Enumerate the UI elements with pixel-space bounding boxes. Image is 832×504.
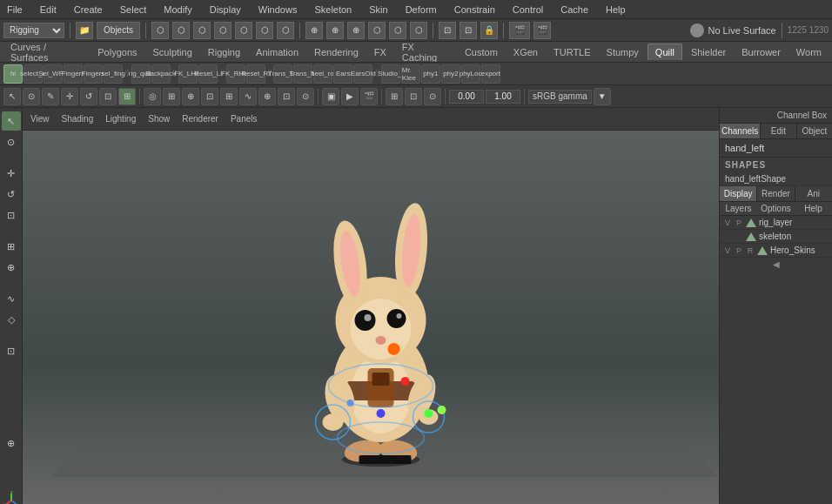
tweak-tool[interactable]: ⊕ bbox=[182, 88, 199, 105]
shelf-tab-fxcaching[interactable]: FX Caching bbox=[395, 42, 456, 63]
curve-tool-left[interactable]: ∿ bbox=[2, 289, 21, 308]
frame-input-2[interactable] bbox=[486, 90, 520, 104]
menu-create[interactable]: Create bbox=[70, 3, 106, 17]
lt-help[interactable]: Help bbox=[795, 202, 832, 215]
shelf-tab-stumpy[interactable]: Stumpy bbox=[600, 44, 646, 60]
shelf-icon-export[interactable]: export bbox=[481, 64, 500, 84]
scale-tool-left[interactable]: ⊡ bbox=[2, 205, 21, 225]
shelf-tab-curves[interactable]: Curves / Surfaces bbox=[3, 42, 89, 63]
shelf-tab-shielder[interactable]: Shielder bbox=[684, 44, 733, 60]
tool-icon-13[interactable]: ⬡ bbox=[410, 22, 427, 39]
shelf-icon-selwfp[interactable]: Sel_WFP bbox=[44, 64, 63, 84]
menu-control[interactable]: Control bbox=[509, 3, 547, 17]
menu-windows[interactable]: Windows bbox=[255, 3, 301, 17]
layer-p-2[interactable]: P bbox=[735, 246, 743, 255]
shelf-tab-turtle[interactable]: TURTLE bbox=[547, 44, 598, 60]
layer-p-0[interactable]: P bbox=[735, 218, 743, 227]
layer-r-2[interactable]: R bbox=[746, 246, 755, 255]
shelf-icon-fingers2[interactable]: Fingers bbox=[84, 64, 103, 84]
shelf-icon-mrklee[interactable]: Mr. Klee bbox=[401, 64, 420, 84]
cb-tab-channels[interactable]: Channels bbox=[720, 124, 761, 138]
shelf-tab-burrower[interactable]: Burrower bbox=[735, 44, 788, 60]
tool-icon-8[interactable]: ⊕ bbox=[305, 22, 323, 39]
snap-grid[interactable]: ⊞ bbox=[220, 88, 238, 105]
folder-icon[interactable]: 📁 bbox=[76, 22, 93, 39]
move-tool[interactable]: ✛ bbox=[61, 88, 78, 105]
menu-file[interactable]: File bbox=[3, 3, 26, 17]
menu-select[interactable]: Select bbox=[117, 3, 151, 17]
shelf-icon-heelrol[interactable]: heel_rol bbox=[313, 64, 332, 84]
ipr-render[interactable]: ▶ bbox=[341, 88, 359, 105]
rotate-tool-left[interactable]: ↺ bbox=[2, 185, 21, 204]
show-manip[interactable]: ⊡ bbox=[201, 88, 218, 105]
lasso-tool[interactable]: ⊙ bbox=[23, 88, 40, 105]
shelf-icon-resetli[interactable]: Reset_Li bbox=[198, 64, 218, 84]
snap-point[interactable]: ⊕ bbox=[258, 88, 276, 105]
snap-icon-2[interactable]: ⊡ bbox=[460, 22, 477, 39]
shelf-icon-phy2[interactable]: phy2 bbox=[441, 64, 460, 84]
dt-ani[interactable]: Ani bbox=[795, 186, 832, 201]
tool-icon-2[interactable]: ⬡ bbox=[172, 22, 190, 39]
lt-options[interactable]: Options bbox=[757, 202, 795, 215]
objects-btn[interactable]: Objects bbox=[97, 22, 140, 39]
menu-display[interactable]: Display bbox=[206, 3, 245, 17]
menu-modify[interactable]: Modify bbox=[160, 3, 195, 17]
shelf-tab-polygons[interactable]: Polygons bbox=[91, 44, 144, 60]
shading-menu[interactable]: Shading bbox=[57, 112, 98, 125]
render-region[interactable]: ▣ bbox=[322, 88, 339, 105]
shelf-icon-resetri[interactable]: Reset_Ri bbox=[246, 64, 265, 84]
dt-render[interactable]: Render bbox=[757, 186, 795, 201]
snap-tool-left[interactable]: ⊞ bbox=[2, 237, 21, 256]
tool-icon-4[interactable]: ⬡ bbox=[214, 22, 231, 39]
lt-layers[interactable]: Layers bbox=[720, 202, 757, 215]
menu-skin[interactable]: Skin bbox=[366, 3, 391, 17]
shelf-icon-fingers1[interactable]: Fingers bbox=[64, 64, 83, 84]
menu-edit[interactable]: Edit bbox=[37, 3, 60, 17]
select-tool-left[interactable]: ↖ bbox=[2, 111, 21, 131]
shelf-icon-phyloo[interactable]: phyLoo bbox=[461, 64, 480, 84]
paint-tool-left[interactable]: ⊙ bbox=[2, 132, 21, 151]
menu-constrain[interactable]: Constrain bbox=[451, 3, 499, 17]
tool-icon-5[interactable]: ⬡ bbox=[235, 22, 252, 39]
show-menu[interactable]: Show bbox=[144, 112, 174, 125]
move-tool-left[interactable]: ✛ bbox=[2, 164, 21, 183]
layer-v-2[interactable]: V bbox=[723, 246, 732, 255]
lighting-menu[interactable]: Lighting bbox=[101, 112, 140, 125]
tool-icon-7[interactable]: ⬡ bbox=[277, 22, 294, 39]
layer-v-0[interactable]: V bbox=[723, 218, 732, 227]
shelf-icon-earsold[interactable]: EarsOld bbox=[353, 64, 372, 84]
menu-skeleton[interactable]: Skeleton bbox=[311, 3, 355, 17]
scale-tool[interactable]: ⊡ bbox=[99, 88, 117, 105]
shelf-icon-phy1[interactable]: phy1 bbox=[421, 64, 440, 84]
menu-deform[interactable]: Deform bbox=[402, 3, 440, 17]
tool-icon-10[interactable]: ⊕ bbox=[347, 22, 365, 39]
tool-icon-9[interactable]: ⊕ bbox=[326, 22, 344, 39]
layer-name-2[interactable]: Hero_Skins bbox=[770, 245, 829, 255]
render-btn[interactable]: 🎬 bbox=[360, 88, 378, 105]
tool-icon-1[interactable]: ⬡ bbox=[151, 22, 169, 39]
shelf-tab-xgen[interactable]: XGen bbox=[507, 44, 545, 60]
panels-menu[interactable]: Panels bbox=[226, 112, 262, 125]
poly-tool-left[interactable]: ◇ bbox=[2, 310, 21, 329]
viewport-canvas[interactable]: persp bbox=[23, 131, 719, 504]
gamma-options[interactable]: ▼ bbox=[594, 88, 611, 105]
cb-tab-edit[interactable]: Edit bbox=[761, 124, 796, 138]
shelf-tab-fx[interactable]: FX bbox=[367, 44, 393, 60]
cam-match[interactable]: ⊞ bbox=[386, 88, 403, 105]
shelf-tab-worm[interactable]: Worm bbox=[789, 44, 829, 60]
select-tool[interactable]: ↖ bbox=[3, 88, 21, 105]
snap-icon[interactable]: ⊡ bbox=[439, 22, 456, 39]
paint-select[interactable]: ✎ bbox=[42, 88, 59, 105]
tool-icon-3[interactable]: ⬡ bbox=[193, 22, 211, 39]
tool-icon-12[interactable]: ⬡ bbox=[389, 22, 406, 39]
renderer-menu[interactable]: Renderer bbox=[178, 112, 223, 125]
view-menu[interactable]: View bbox=[26, 112, 54, 125]
layer-name-0[interactable]: rig_layer bbox=[759, 218, 829, 227]
shelf-tab-rendering[interactable]: Rendering bbox=[307, 44, 366, 60]
dt-display[interactable]: Display bbox=[720, 186, 757, 201]
shelf-tab-custom[interactable]: Custom bbox=[458, 44, 505, 60]
cb-tab-object[interactable]: Object bbox=[797, 124, 832, 138]
menu-help[interactable]: Help bbox=[602, 3, 629, 17]
misc-tool-1[interactable]: ⊡ bbox=[2, 341, 21, 360]
layer-name-1[interactable]: skeleton bbox=[759, 232, 829, 241]
